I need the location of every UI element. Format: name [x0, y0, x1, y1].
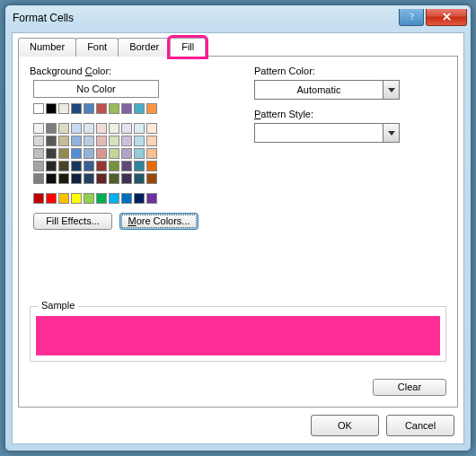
color-swatch[interactable] — [71, 148, 82, 159]
color-swatch[interactable] — [84, 173, 94, 184]
sample-label: Sample — [38, 300, 78, 311]
pattern-style-combo[interactable] — [254, 123, 400, 143]
window-buttons: ? — [399, 9, 467, 26]
color-swatch[interactable] — [134, 103, 145, 114]
color-swatch[interactable] — [33, 103, 44, 114]
color-swatch[interactable] — [58, 136, 69, 146]
color-swatch[interactable] — [33, 136, 44, 146]
color-swatch[interactable] — [121, 136, 132, 146]
color-swatch[interactable] — [46, 148, 57, 159]
color-swatch[interactable] — [96, 103, 107, 114]
color-swatch[interactable] — [109, 173, 119, 184]
color-swatch[interactable] — [71, 161, 82, 171]
more-colors-button[interactable]: More Colors... — [119, 213, 198, 230]
color-swatch[interactable] — [58, 103, 69, 114]
color-swatch[interactable] — [84, 103, 94, 114]
color-swatch[interactable] — [58, 173, 69, 184]
color-swatch[interactable] — [84, 193, 94, 204]
color-swatch[interactable] — [134, 123, 145, 134]
color-swatch[interactable] — [33, 173, 44, 184]
color-swatch[interactable] — [146, 193, 157, 204]
svg-marker-3 — [388, 88, 395, 92]
pattern-color-combo[interactable]: Automatic — [254, 80, 400, 100]
color-swatch[interactable] — [33, 193, 44, 204]
cancel-button[interactable]: Cancel — [386, 415, 454, 436]
color-swatch[interactable] — [96, 148, 107, 159]
color-swatch[interactable] — [134, 173, 145, 184]
color-swatch[interactable] — [71, 103, 82, 114]
color-swatch[interactable] — [84, 136, 94, 146]
color-swatch[interactable] — [58, 123, 69, 134]
svg-text:?: ? — [410, 12, 414, 22]
color-swatch[interactable] — [134, 193, 145, 204]
pattern-color-label: Pattern Color: — [254, 66, 446, 76]
color-swatch[interactable] — [134, 136, 145, 146]
color-swatch[interactable] — [33, 148, 44, 159]
color-swatch[interactable] — [109, 136, 119, 146]
sample-group: Sample — [30, 306, 446, 362]
color-swatch[interactable] — [146, 103, 157, 114]
color-swatch[interactable] — [121, 161, 132, 171]
color-swatch[interactable] — [96, 173, 107, 184]
color-swatch[interactable] — [46, 161, 57, 171]
color-swatch[interactable] — [46, 193, 57, 204]
color-swatch[interactable] — [109, 193, 119, 204]
color-swatch[interactable] — [46, 103, 57, 114]
color-swatch[interactable] — [58, 148, 69, 159]
color-swatch[interactable] — [46, 173, 57, 184]
tab-border[interactable]: Border — [118, 38, 171, 57]
fill-effects-button[interactable]: Fill Effects... — [33, 213, 112, 230]
color-swatch[interactable] — [146, 136, 157, 146]
no-color-button[interactable]: No Color — [33, 80, 159, 98]
pattern-style-value — [255, 124, 383, 142]
color-swatch[interactable] — [71, 173, 82, 184]
tab-panel-fill: Background Color: No Color Fill Effects.… — [18, 56, 458, 408]
close-button[interactable] — [426, 9, 467, 26]
tab-font[interactable]: Font — [75, 38, 119, 57]
ok-button[interactable]: OK — [311, 415, 379, 436]
pattern-style-label: Pattern Style: — [254, 109, 446, 119]
color-swatch[interactable] — [96, 123, 107, 134]
color-swatch[interactable] — [121, 123, 132, 134]
color-swatch[interactable] — [96, 136, 107, 146]
color-swatch[interactable] — [109, 161, 119, 171]
color-swatch[interactable] — [84, 161, 94, 171]
color-swatch[interactable] — [146, 173, 157, 184]
color-swatch[interactable] — [33, 161, 44, 171]
color-swatch[interactable] — [146, 148, 157, 159]
color-swatch[interactable] — [134, 161, 145, 171]
color-swatch[interactable] — [121, 173, 132, 184]
color-swatch[interactable] — [109, 148, 119, 159]
color-swatch[interactable] — [71, 193, 82, 204]
clear-button[interactable]: Clear — [373, 379, 446, 396]
titlebar[interactable]: Format Cells ? — [5, 5, 471, 31]
tab-number[interactable]: Number — [18, 38, 76, 57]
color-swatch[interactable] — [33, 123, 44, 134]
color-swatch[interactable] — [84, 123, 94, 134]
color-swatch[interactable] — [46, 136, 57, 146]
dialog-client: Number Font Border Fill Background Color… — [12, 32, 464, 444]
help-button[interactable]: ? — [399, 9, 424, 26]
pattern-style-dropdown[interactable] — [383, 124, 399, 142]
svg-marker-4 — [388, 131, 395, 136]
color-swatch[interactable] — [96, 161, 107, 171]
pattern-color-value: Automatic — [255, 81, 383, 99]
color-swatch[interactable] — [58, 161, 69, 171]
dialog-buttons: OK Cancel — [311, 415, 454, 436]
color-swatch[interactable] — [109, 103, 119, 114]
color-swatch[interactable] — [146, 123, 157, 134]
color-swatch[interactable] — [84, 148, 94, 159]
color-swatch[interactable] — [109, 123, 119, 134]
tab-fill[interactable]: Fill — [170, 38, 206, 57]
color-swatch[interactable] — [146, 161, 157, 171]
color-swatch[interactable] — [121, 193, 132, 204]
color-swatch[interactable] — [121, 103, 132, 114]
color-swatch[interactable] — [121, 148, 132, 159]
color-swatch[interactable] — [134, 148, 145, 159]
pattern-color-dropdown[interactable] — [383, 81, 399, 99]
color-swatch[interactable] — [46, 123, 57, 134]
color-swatch[interactable] — [71, 123, 82, 134]
color-swatch[interactable] — [71, 136, 82, 146]
color-swatch[interactable] — [96, 193, 107, 204]
color-swatch[interactable] — [58, 193, 69, 204]
